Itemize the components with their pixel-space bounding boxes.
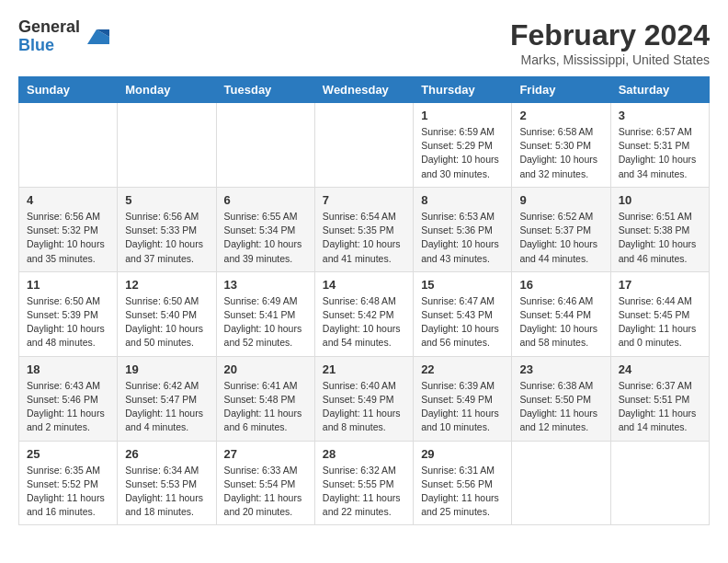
calendar-cell: 4Sunrise: 6:56 AM Sunset: 5:32 PM Daylig… <box>19 187 118 271</box>
day-info: Sunrise: 6:51 AM Sunset: 5:38 PM Dayligh… <box>619 210 701 266</box>
calendar-cell: 22Sunrise: 6:39 AM Sunset: 5:49 PM Dayli… <box>414 356 512 441</box>
calendar-cell <box>512 441 610 525</box>
calendar-week-row: 18Sunrise: 6:43 AM Sunset: 5:46 PM Dayli… <box>19 356 710 441</box>
logo-blue-text: Blue <box>18 37 80 55</box>
day-number: 11 <box>27 278 109 292</box>
day-number: 29 <box>421 447 504 461</box>
calendar-cell: 21Sunrise: 6:40 AM Sunset: 5:49 PM Dayli… <box>314 356 413 441</box>
calendar-cell: 27Sunrise: 6:33 AM Sunset: 5:54 PM Dayli… <box>216 441 314 525</box>
day-number: 2 <box>519 109 602 122</box>
calendar-cell: 19Sunrise: 6:42 AM Sunset: 5:47 PM Dayli… <box>118 356 216 441</box>
calendar-week-row: 4Sunrise: 6:56 AM Sunset: 5:32 PM Daylig… <box>19 187 710 271</box>
calendar-cell: 6Sunrise: 6:55 AM Sunset: 5:34 PM Daylig… <box>216 187 314 271</box>
calendar-cell: 15Sunrise: 6:47 AM Sunset: 5:43 PM Dayli… <box>414 271 512 356</box>
calendar-cell: 18Sunrise: 6:43 AM Sunset: 5:46 PM Dayli… <box>19 356 118 441</box>
header-day-wednesday: Wednesday <box>314 77 413 103</box>
header-day-monday: Monday <box>118 77 216 103</box>
logo: General Blue <box>18 18 109 55</box>
calendar-cell <box>610 441 709 525</box>
day-number: 12 <box>125 278 208 292</box>
day-number: 8 <box>421 193 504 207</box>
calendar-cell <box>216 103 314 188</box>
day-info: Sunrise: 6:59 AM Sunset: 5:29 PM Dayligh… <box>421 125 504 181</box>
calendar-cell: 20Sunrise: 6:41 AM Sunset: 5:48 PM Dayli… <box>216 356 314 441</box>
main-title: February 2024 <box>510 18 710 52</box>
day-info: Sunrise: 6:55 AM Sunset: 5:34 PM Dayligh… <box>224 210 307 266</box>
calendar-cell <box>118 103 216 188</box>
calendar-cell: 1Sunrise: 6:59 AM Sunset: 5:29 PM Daylig… <box>414 103 512 188</box>
calendar-week-row: 1Sunrise: 6:59 AM Sunset: 5:29 PM Daylig… <box>19 103 710 188</box>
calendar-cell: 17Sunrise: 6:44 AM Sunset: 5:45 PM Dayli… <box>610 271 709 356</box>
day-info: Sunrise: 6:31 AM Sunset: 5:56 PM Dayligh… <box>421 464 504 520</box>
day-number: 10 <box>619 193 701 207</box>
calendar-cell: 28Sunrise: 6:32 AM Sunset: 5:55 PM Dayli… <box>314 441 413 525</box>
calendar-cell: 8Sunrise: 6:53 AM Sunset: 5:36 PM Daylig… <box>414 187 512 271</box>
day-info: Sunrise: 6:52 AM Sunset: 5:37 PM Dayligh… <box>519 210 602 266</box>
day-number: 16 <box>519 278 602 292</box>
day-number: 20 <box>224 362 307 376</box>
day-info: Sunrise: 6:33 AM Sunset: 5:54 PM Dayligh… <box>224 464 307 520</box>
day-info: Sunrise: 6:42 AM Sunset: 5:47 PM Dayligh… <box>125 379 208 435</box>
logo-general-text: General <box>18 18 80 37</box>
day-number: 5 <box>125 193 208 207</box>
day-number: 15 <box>421 278 504 292</box>
calendar-cell: 12Sunrise: 6:50 AM Sunset: 5:40 PM Dayli… <box>118 271 216 356</box>
day-number: 18 <box>27 362 109 376</box>
calendar-cell: 11Sunrise: 6:50 AM Sunset: 5:39 PM Dayli… <box>19 271 118 356</box>
header-day-sunday: Sunday <box>19 77 118 103</box>
calendar-cell: 16Sunrise: 6:46 AM Sunset: 5:44 PM Dayli… <box>512 271 610 356</box>
day-info: Sunrise: 6:32 AM Sunset: 5:55 PM Dayligh… <box>323 464 405 520</box>
calendar-cell: 5Sunrise: 6:56 AM Sunset: 5:33 PM Daylig… <box>118 187 216 271</box>
calendar-cell: 7Sunrise: 6:54 AM Sunset: 5:35 PM Daylig… <box>314 187 413 271</box>
day-number: 26 <box>125 447 208 461</box>
day-number: 19 <box>125 362 208 376</box>
day-number: 4 <box>27 193 109 207</box>
day-number: 27 <box>224 447 307 461</box>
calendar-cell: 13Sunrise: 6:49 AM Sunset: 5:41 PM Dayli… <box>216 271 314 356</box>
header-day-thursday: Thursday <box>414 77 512 103</box>
day-number: 24 <box>619 362 701 376</box>
day-info: Sunrise: 6:50 AM Sunset: 5:39 PM Dayligh… <box>27 294 109 350</box>
logo-icon <box>84 24 109 50</box>
day-number: 7 <box>323 193 405 207</box>
page-header: General Blue February 2024 Marks, Missis… <box>18 18 710 67</box>
day-number: 13 <box>224 278 307 292</box>
calendar-cell: 29Sunrise: 6:31 AM Sunset: 5:56 PM Dayli… <box>414 441 512 525</box>
day-info: Sunrise: 6:40 AM Sunset: 5:49 PM Dayligh… <box>323 379 405 435</box>
day-number: 3 <box>619 109 701 122</box>
day-info: Sunrise: 6:50 AM Sunset: 5:40 PM Dayligh… <box>125 294 208 350</box>
calendar-cell <box>314 103 413 188</box>
day-number: 9 <box>519 193 602 207</box>
day-info: Sunrise: 6:37 AM Sunset: 5:51 PM Dayligh… <box>619 379 701 435</box>
calendar-cell: 2Sunrise: 6:58 AM Sunset: 5:30 PM Daylig… <box>512 103 610 188</box>
day-info: Sunrise: 6:43 AM Sunset: 5:46 PM Dayligh… <box>27 379 109 435</box>
calendar-cell: 3Sunrise: 6:57 AM Sunset: 5:31 PM Daylig… <box>610 103 709 188</box>
day-number: 28 <box>323 447 405 461</box>
day-number: 17 <box>619 278 701 292</box>
calendar-cell: 23Sunrise: 6:38 AM Sunset: 5:50 PM Dayli… <box>512 356 610 441</box>
calendar-cell: 25Sunrise: 6:35 AM Sunset: 5:52 PM Dayli… <box>19 441 118 525</box>
day-info: Sunrise: 6:41 AM Sunset: 5:48 PM Dayligh… <box>224 379 307 435</box>
day-number: 25 <box>27 447 109 461</box>
header-day-tuesday: Tuesday <box>216 77 314 103</box>
calendar-cell: 10Sunrise: 6:51 AM Sunset: 5:38 PM Dayli… <box>610 187 709 271</box>
day-info: Sunrise: 6:48 AM Sunset: 5:42 PM Dayligh… <box>323 294 405 350</box>
subtitle: Marks, Mississippi, United States <box>510 52 710 67</box>
calendar-cell: 26Sunrise: 6:34 AM Sunset: 5:53 PM Dayli… <box>118 441 216 525</box>
day-info: Sunrise: 6:44 AM Sunset: 5:45 PM Dayligh… <box>619 294 701 350</box>
day-info: Sunrise: 6:56 AM Sunset: 5:32 PM Dayligh… <box>27 210 109 266</box>
day-number: 22 <box>421 362 504 376</box>
logo-text: General Blue <box>18 18 80 55</box>
day-info: Sunrise: 6:47 AM Sunset: 5:43 PM Dayligh… <box>421 294 504 350</box>
day-info: Sunrise: 6:49 AM Sunset: 5:41 PM Dayligh… <box>224 294 307 350</box>
calendar-week-row: 11Sunrise: 6:50 AM Sunset: 5:39 PM Dayli… <box>19 271 710 356</box>
calendar-cell: 24Sunrise: 6:37 AM Sunset: 5:51 PM Dayli… <box>610 356 709 441</box>
day-info: Sunrise: 6:38 AM Sunset: 5:50 PM Dayligh… <box>519 379 602 435</box>
calendar-cell: 14Sunrise: 6:48 AM Sunset: 5:42 PM Dayli… <box>314 271 413 356</box>
header-day-saturday: Saturday <box>610 77 709 103</box>
day-number: 14 <box>323 278 405 292</box>
day-info: Sunrise: 6:53 AM Sunset: 5:36 PM Dayligh… <box>421 210 504 266</box>
day-info: Sunrise: 6:58 AM Sunset: 5:30 PM Dayligh… <box>519 125 602 181</box>
header-day-friday: Friday <box>512 77 610 103</box>
day-info: Sunrise: 6:57 AM Sunset: 5:31 PM Dayligh… <box>619 125 701 181</box>
